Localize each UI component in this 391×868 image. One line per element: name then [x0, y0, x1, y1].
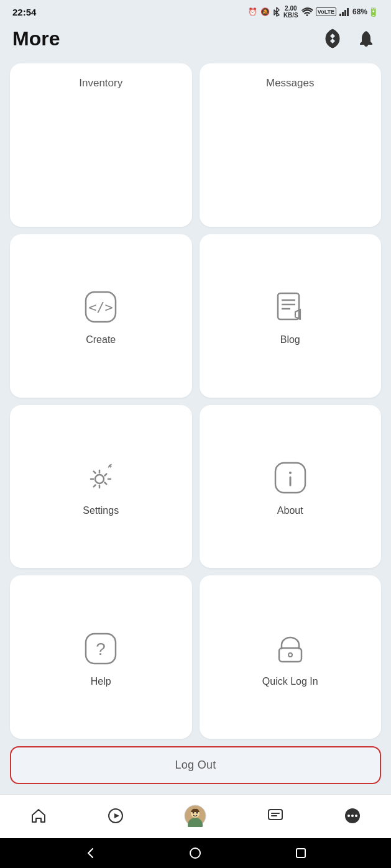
- about-card[interactable]: About: [200, 405, 382, 569]
- header: More: [0, 24, 391, 58]
- svg-point-12: [95, 475, 104, 483]
- svg-rect-35: [297, 849, 305, 857]
- create-card[interactable]: </> Create: [10, 234, 192, 398]
- messages-card[interactable]: Messages: [200, 63, 382, 227]
- more-dots-icon: [344, 808, 361, 824]
- messages-label: Messages: [266, 77, 314, 89]
- svg-rect-18: [279, 648, 301, 662]
- info-icon: [272, 459, 309, 496]
- quick-login-label: Quick Log In: [262, 676, 318, 687]
- bottom-navigation: [0, 794, 391, 838]
- android-home-button[interactable]: [186, 844, 204, 862]
- quick-login-card[interactable]: Quick Log In: [200, 575, 382, 739]
- help-icon: ?: [82, 630, 119, 667]
- nav-avatar[interactable]: [174, 802, 216, 829]
- svg-point-19: [288, 653, 292, 657]
- bluetooth-icon: [273, 7, 280, 17]
- shield-button[interactable]: [320, 26, 345, 51]
- svg-point-14: [289, 472, 292, 474]
- play-icon: [108, 808, 124, 824]
- notification-button[interactable]: [354, 26, 379, 51]
- svg-marker-21: [114, 813, 119, 818]
- chat-icon: [267, 808, 283, 824]
- status-icons: ⏰ 🔕 2.00KB/S VoLTE 68%: [248, 5, 379, 19]
- logout-button[interactable]: Log Out: [10, 746, 381, 784]
- about-label: About: [277, 505, 303, 516]
- settings-label: Settings: [83, 505, 119, 516]
- create-label: Create: [86, 334, 116, 345]
- header-action-icons: [320, 26, 379, 51]
- data-speed-icon: 2.00KB/S: [283, 5, 298, 19]
- status-bar: 22:54 ⏰ 🔕 2.00KB/S VoLTE: [0, 0, 391, 24]
- home-icon: [30, 808, 47, 824]
- help-label: Help: [91, 676, 111, 687]
- svg-rect-1: [342, 12, 344, 16]
- signal-icon: [339, 7, 349, 16]
- svg-point-32: [351, 815, 354, 817]
- nav-home[interactable]: [21, 805, 57, 826]
- svg-rect-2: [344, 10, 346, 16]
- svg-point-33: [355, 815, 357, 817]
- alarm-icon: ⏰: [248, 7, 257, 16]
- svg-text:</>: </>: [88, 299, 113, 315]
- status-time: 22:54: [12, 7, 36, 17]
- svg-point-31: [347, 815, 350, 817]
- android-navigation-bar: [0, 838, 391, 868]
- nav-play[interactable]: [98, 805, 134, 826]
- help-card[interactable]: ? Help: [10, 575, 192, 739]
- inventory-label: Inventory: [79, 77, 122, 89]
- android-recents-button[interactable]: [292, 844, 310, 862]
- svg-rect-3: [347, 8, 349, 16]
- wifi-icon: [301, 7, 313, 16]
- menu-grid: Inventory Messages </> Create Blog: [0, 58, 391, 744]
- battery-icon: 68% 🔋: [352, 7, 379, 17]
- volte-icon: VoLTE: [316, 7, 336, 16]
- inventory-card[interactable]: Inventory: [10, 63, 192, 227]
- android-back-button[interactable]: [81, 844, 99, 862]
- svg-rect-27: [269, 810, 282, 820]
- lock-icon: [272, 630, 309, 667]
- avatar-icon: [184, 805, 206, 827]
- nav-chat[interactable]: [257, 805, 293, 826]
- logout-section: Log Out: [0, 744, 391, 794]
- blog-icon: [272, 288, 309, 326]
- mute-icon: 🔕: [260, 7, 270, 16]
- settings-icon: [82, 459, 119, 496]
- code-icon: </>: [82, 288, 119, 326]
- settings-card[interactable]: Settings: [10, 405, 192, 569]
- svg-rect-0: [339, 14, 341, 16]
- svg-text:?: ?: [96, 639, 106, 659]
- page-title: More: [12, 27, 60, 50]
- nav-more[interactable]: [334, 805, 370, 826]
- blog-card[interactable]: Blog: [200, 234, 382, 398]
- svg-point-34: [190, 848, 200, 858]
- blog-label: Blog: [280, 334, 300, 345]
